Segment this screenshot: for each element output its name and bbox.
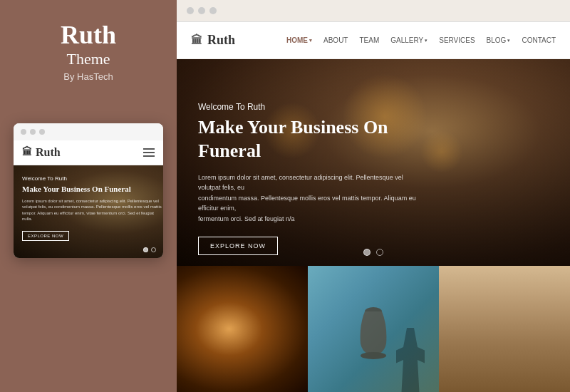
card-family — [439, 266, 570, 392]
desktop-logo-icon: 🏛 — [191, 34, 202, 47]
mobile-nav: 🏛 Ruth — [14, 140, 163, 165]
mobile-hero-subtitle: Welcome To Ruth — [22, 175, 163, 182]
sidebar-theme: Theme — [61, 50, 116, 68]
nav-about-label: ABOUT — [323, 36, 348, 44]
nav-contact-label: CONTACT — [522, 36, 556, 44]
card-urn-bg — [308, 266, 439, 392]
mobile-hero-title: Make Your Business On Funeral — [22, 184, 163, 194]
mobile-hero-content: Welcome To Ruth Make Your Business On Fu… — [22, 175, 163, 242]
browser-dot-2 — [198, 7, 205, 14]
hamburger-line-2 — [143, 152, 155, 153]
nav-gallery-caret: ▾ — [425, 38, 428, 43]
desktop-nav: 🏛 Ruth HOME ▾ ABOUT TEAM GALLERY ▾ — [177, 22, 570, 59]
mobile-logo: 🏛 Ruth — [22, 146, 61, 159]
nav-gallery[interactable]: GALLERY ▾ — [390, 36, 428, 44]
card-candles — [177, 266, 308, 392]
nav-services[interactable]: SERVICES — [439, 36, 475, 44]
desktop-preview: 🏛 Ruth HOME ▾ ABOUT TEAM GALLERY ▾ — [177, 22, 570, 392]
dot-2 — [30, 129, 36, 135]
mobile-logo-text: Ruth — [36, 146, 61, 159]
mobile-hero: Welcome To Ruth Make Your Business On Fu… — [14, 165, 163, 258]
hamburger-line-1 — [143, 148, 155, 150]
browser-dot-1 — [187, 7, 194, 14]
desktop-logo-text: Ruth — [207, 33, 235, 48]
svg-point-1 — [361, 352, 386, 359]
card-family-bg — [439, 266, 570, 392]
hero-text-line2: condimentum massa. Pellentesque mollis e… — [198, 195, 416, 212]
card-urn — [308, 266, 439, 392]
nav-home-label: HOME — [286, 36, 308, 44]
hero-text-line3: fermentum orci. Sed at feugiat n/a — [198, 215, 295, 222]
hero-dot-2[interactable] — [376, 249, 383, 256]
desktop-nav-links: HOME ▾ ABOUT TEAM GALLERY ▾ SERVICES BLO — [286, 36, 556, 44]
desktop-logo: 🏛 Ruth — [191, 33, 235, 48]
dot-1 — [21, 129, 26, 135]
hero-dot-1[interactable] — [363, 249, 370, 256]
nav-services-label: SERVICES — [439, 36, 475, 44]
cards-row — [177, 266, 570, 392]
person-silhouette — [393, 328, 428, 392]
explore-button[interactable]: EXPLORE NOW — [198, 237, 278, 255]
urn-illustration — [352, 297, 395, 361]
mobile-hero-dots — [143, 247, 156, 252]
nav-team[interactable]: TEAM — [359, 36, 379, 44]
mobile-logo-icon: 🏛 — [22, 147, 32, 158]
nav-blog[interactable]: BLOG ▾ — [487, 36, 511, 44]
dot-3 — [39, 129, 45, 135]
candle-glow-3 — [420, 130, 463, 173]
hero-text-line1: Lorem ipsum dolor sit amet, consectetur … — [198, 174, 403, 191]
hero-nav-dots — [363, 249, 383, 256]
mobile-dot-1[interactable] — [143, 247, 148, 252]
hamburger-menu[interactable] — [143, 148, 155, 157]
nav-about[interactable]: ABOUT — [323, 36, 348, 44]
nav-home[interactable]: HOME ▾ — [286, 36, 312, 44]
mobile-explore-button[interactable]: EXPLORE NOW — [22, 231, 69, 241]
hero-text: Lorem ipsum dolor sit amet, consectetur … — [198, 172, 426, 224]
nav-team-label: TEAM — [359, 36, 379, 44]
mobile-hero-text: Lorem ipsum dolor sit amet, consectetur … — [22, 198, 163, 222]
sidebar-title: Ruth — [61, 21, 116, 50]
nav-contact[interactable]: CONTACT — [522, 36, 556, 44]
mobile-dot-2[interactable] — [151, 247, 156, 252]
nav-blog-caret: ▾ — [507, 38, 510, 43]
mobile-preview-card: 🏛 Ruth Welcome To Ruth Make Your Busines… — [14, 123, 163, 258]
sidebar: Ruth Theme By HasTech 🏛 Ruth Welcome To … — [0, 0, 177, 392]
browser-dot-3 — [209, 7, 217, 14]
nav-home-caret: ▾ — [309, 38, 312, 43]
hamburger-line-3 — [143, 155, 155, 157]
desktop-hero: Welcome To Ruth Make Your Business On Fu… — [177, 59, 570, 266]
card-candles-bg — [177, 266, 308, 392]
sidebar-by: By HasTech — [61, 71, 116, 82]
browser-chrome — [177, 0, 570, 22]
desktop-hero-content: Welcome To Ruth Make Your Business On Fu… — [198, 102, 426, 255]
nav-blog-label: BLOG — [487, 36, 507, 44]
hero-title: Make Your Business On Funeral — [198, 116, 426, 163]
main-content: 🏛 Ruth HOME ▾ ABOUT TEAM GALLERY ▾ — [177, 0, 570, 392]
nav-gallery-label: GALLERY — [390, 36, 423, 44]
hero-subtitle: Welcome To Ruth — [198, 102, 426, 112]
mobile-titlebar — [14, 123, 163, 140]
